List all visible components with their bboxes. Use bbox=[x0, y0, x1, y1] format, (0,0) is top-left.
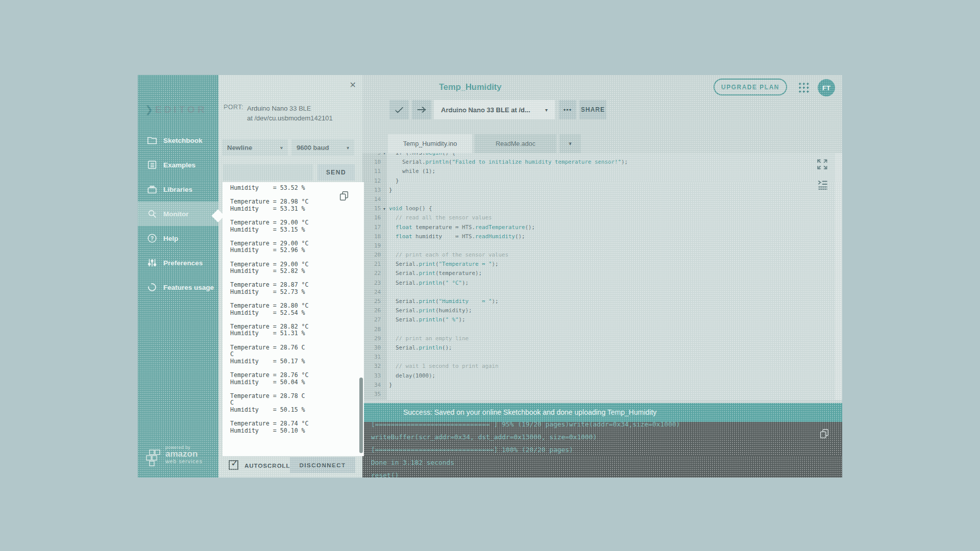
more-options-button[interactable]: ••• bbox=[559, 100, 576, 119]
port-name: Arduino Nano 33 BLE bbox=[247, 104, 333, 113]
code-line: 35 bbox=[362, 390, 836, 399]
monitor-output-line bbox=[230, 337, 364, 344]
code-line: 14 bbox=[362, 195, 836, 204]
monitor-output-line bbox=[230, 316, 364, 323]
board-selector[interactable]: Arduino Nano 33 BLE at /d... ▾ bbox=[434, 100, 555, 119]
monitor-output-line: C bbox=[230, 351, 364, 358]
port-info: PORT: Arduino Nano 33 BLE at /dev/cu.usb… bbox=[224, 104, 333, 123]
monitor-output-line: Humidity = 50.17 % bbox=[230, 358, 364, 365]
monitor-output[interactable]: Humidity = 53.52 % Temperature = 28.98 °… bbox=[223, 182, 364, 456]
port-path: at /dev/cu.usbmodem142101 bbox=[247, 113, 333, 123]
code-line: 18 float humidity = HTS.readHumidity(); bbox=[362, 232, 836, 241]
monitor-output-line: Temperature = 28.76 C bbox=[230, 344, 364, 352]
code-line: 17 float temperature = HTS.readTemperatu… bbox=[362, 223, 836, 232]
monitor-output-line bbox=[230, 254, 364, 261]
line-ending-value: Newline bbox=[227, 144, 252, 152]
tab-readme-adoc[interactable]: ReadMe.adoc bbox=[475, 134, 556, 153]
monitor-output-line bbox=[230, 386, 364, 393]
line-number: 22 bbox=[362, 269, 381, 278]
verify-button[interactable] bbox=[389, 100, 409, 119]
line-number: 12 bbox=[362, 177, 381, 186]
arduino-editor-window: ❯EDITOR SketchbookExamplesLibrariesMonit… bbox=[138, 75, 842, 478]
line-number: 29 bbox=[362, 334, 381, 343]
line-number: 26 bbox=[362, 306, 381, 315]
baud-rate-select[interactable]: 9600 baud ▾ bbox=[291, 139, 354, 156]
line-number: 35 bbox=[362, 390, 381, 399]
monitor-output-line bbox=[230, 275, 364, 282]
svg-text:?: ? bbox=[151, 236, 154, 241]
monitor-output-line: Temperature = 28.87 °C bbox=[230, 282, 364, 289]
sidebar-item-sketchbook[interactable]: Sketchbook bbox=[138, 128, 218, 153]
monitor-output-line: C bbox=[230, 399, 364, 407]
code-line: 11 while (1); bbox=[362, 167, 836, 176]
code-line: 34} bbox=[362, 381, 836, 390]
monitor-output-line: Temperature = 29.00 °C bbox=[230, 219, 364, 227]
autoscroll-label: AUTOSCROLL bbox=[244, 463, 290, 469]
sidebar-item-preferences[interactable]: Preferences bbox=[138, 251, 218, 275]
chevron-down-icon: ▾ bbox=[545, 107, 548, 113]
tab-list-chevron-icon[interactable]: ▾ bbox=[559, 134, 581, 153]
code-line: 27 Serial.println(" %"); bbox=[362, 315, 836, 324]
line-number: 18 bbox=[362, 232, 381, 241]
sidebar-item-label: Sketchbook bbox=[163, 137, 203, 144]
line-number: 16 bbox=[362, 213, 381, 222]
line-ending-select[interactable]: Newline ▾ bbox=[222, 139, 288, 156]
board-selector-value: Arduino Nano 33 BLE at /d... bbox=[441, 106, 530, 114]
editor-scrollbar[interactable] bbox=[835, 153, 842, 400]
console-output[interactable]: [============================= ] 95% (19… bbox=[362, 422, 842, 478]
monitor-message-input[interactable] bbox=[223, 164, 313, 181]
upgrade-plan-button[interactable]: UPGRADE PLAN bbox=[714, 79, 787, 95]
monitor-output-line: Temperature = 28.78 C bbox=[230, 393, 364, 400]
monitor-output-line bbox=[230, 212, 364, 219]
monitor-output-line: Humidity = 52.96 % bbox=[230, 247, 364, 254]
code-line: 15▼void loop() { bbox=[362, 204, 836, 213]
examples-icon bbox=[146, 159, 158, 170]
monitor-output-line: Humidity = 52.54 % bbox=[230, 310, 364, 317]
sidebar-item-monitor[interactable]: Monitor bbox=[138, 202, 218, 226]
sketch-title: Temp_Humidity bbox=[439, 82, 502, 92]
code-line: 21 Serial.print("Temperature = "); bbox=[362, 260, 836, 269]
sidebar-item-label: Help bbox=[163, 235, 178, 242]
scrollbar-thumb[interactable] bbox=[359, 378, 363, 453]
autoscroll-checkbox[interactable]: ✓ bbox=[229, 460, 238, 470]
tab-temp-humidity-ino[interactable]: Temp_Humidity.ino bbox=[388, 134, 472, 153]
code-editor[interactable]: 9▼ if (!HTS.begin() {10 Serial.println("… bbox=[362, 153, 836, 400]
copy-icon[interactable] bbox=[819, 428, 830, 439]
upload-button[interactable] bbox=[412, 100, 431, 119]
send-button[interactable]: SEND bbox=[317, 164, 355, 181]
sidebar-item-label: Libraries bbox=[163, 186, 192, 193]
code-line: 23 Serial.println(" °C"); bbox=[362, 279, 836, 288]
console-toggle-icon[interactable] bbox=[816, 178, 829, 190]
sidebar-item-help[interactable]: ?Help bbox=[138, 226, 218, 251]
code-line: 19 bbox=[362, 241, 836, 251]
monitor-output-line: Humidity = 50.04 % bbox=[230, 379, 364, 386]
line-number: 14 bbox=[362, 195, 381, 204]
line-number: 20 bbox=[362, 251, 381, 260]
line-number: 28 bbox=[362, 325, 381, 334]
sidebar-item-libraries[interactable]: Libraries bbox=[138, 177, 218, 202]
code-line: 13} bbox=[362, 186, 836, 195]
baud-rate-value: 9600 baud bbox=[297, 144, 329, 152]
sidebar-item-features-usage[interactable]: Features usage bbox=[138, 275, 218, 299]
code-line: 22 Serial.print(temperature); bbox=[362, 269, 836, 278]
code-line: 31 bbox=[362, 353, 836, 362]
line-number: 25 bbox=[362, 297, 381, 306]
fullscreen-icon[interactable] bbox=[816, 158, 829, 171]
sidebar: ❯EDITOR SketchbookExamplesLibrariesMonit… bbox=[138, 75, 218, 478]
disconnect-button[interactable]: DISCONNECT bbox=[290, 457, 355, 473]
monitor-output-line bbox=[230, 414, 364, 421]
close-icon[interactable]: ✕ bbox=[350, 80, 356, 90]
share-button[interactable]: SHARE bbox=[579, 100, 606, 119]
monitor-output-line: Humidity = 50.10 % bbox=[230, 428, 364, 435]
sidebar-item-examples[interactable]: Examples bbox=[138, 153, 218, 177]
fold-arrow-icon[interactable]: ▼ bbox=[381, 205, 388, 214]
copy-icon[interactable] bbox=[338, 190, 350, 202]
line-number: 31 bbox=[362, 353, 381, 362]
monitor-output-line: Temperature = 29.00 °C bbox=[230, 261, 364, 268]
line-number: 10 bbox=[362, 158, 381, 167]
libraries-icon bbox=[146, 184, 158, 195]
status-banner: Success: Saved on your online Sketchbook… bbox=[362, 403, 842, 422]
code-line: 33 delay(1000); bbox=[362, 371, 836, 381]
apps-grid-icon[interactable] bbox=[797, 81, 811, 94]
avatar[interactable]: FT bbox=[818, 79, 835, 96]
